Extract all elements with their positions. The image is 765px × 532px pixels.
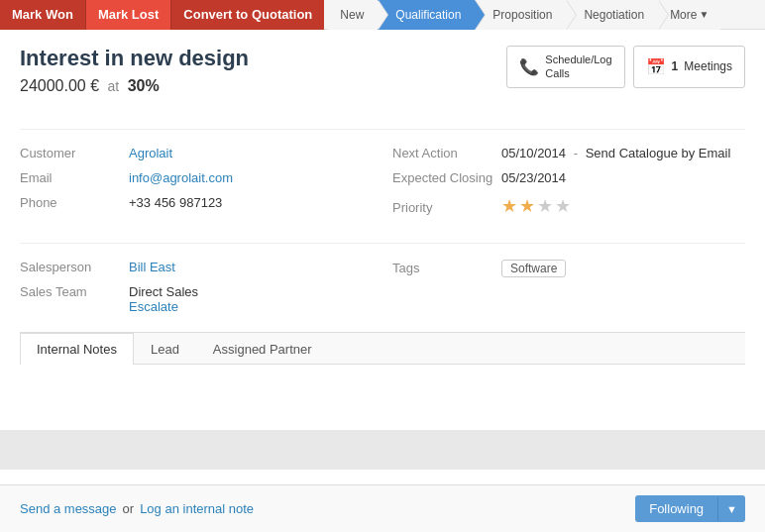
mark-won-button[interactable]: Mark Won <box>0 0 85 30</box>
schedule-log-label: Schedule/LogCalls <box>545 53 611 81</box>
calendar-icon: 📅 <box>646 57 666 76</box>
tag-software: Software <box>501 260 566 277</box>
more-caret-icon: ▼ <box>699 9 709 20</box>
phone-icon: 📞 <box>519 57 539 76</box>
pipeline-stages: NewQualificationPropositionNegotiationMo… <box>328 0 765 30</box>
tabs-container: Internal Notes Lead Assigned Partner <box>20 332 745 414</box>
record-title: Interest in new design <box>20 46 249 71</box>
main-content: Interest in new design 24000.00 € at 30%… <box>0 30 765 430</box>
tabs: Internal Notes Lead Assigned Partner <box>20 333 745 365</box>
next-action-field-row: Next Action 05/10/2014 - Send Catalogue … <box>392 146 745 160</box>
record-amount: 24000.00 € at 30% <box>20 77 249 95</box>
at-label: at <box>108 78 120 94</box>
sales-team-field-row: Sales Team Direct Sales Escalate <box>20 284 373 314</box>
next-action-label: Next Action <box>392 146 501 160</box>
expected-closing-field-row: Expected Closing 05/23/2014 <box>392 170 745 185</box>
next-action-desc: Send Catalogue by Email <box>586 146 731 160</box>
customer-value[interactable]: Agrolait <box>129 146 172 160</box>
salesperson-label: Salesperson <box>20 260 129 274</box>
expected-closing-value: 05/23/2014 <box>501 170 566 185</box>
phone-field-row: Phone +33 456 987123 <box>20 195 373 210</box>
tab-assigned-partner[interactable]: Assigned Partner <box>196 333 329 365</box>
star-4[interactable]: ★ <box>555 195 571 217</box>
email-field-row: Email info@agrolait.com <box>20 170 373 185</box>
priority-field-row: Priority ★ ★ ★ ★ <box>392 195 745 217</box>
expected-closing-label: Expected Closing <box>392 170 501 185</box>
amount-value: 24000.00 € <box>20 77 99 94</box>
meetings-label: Meetings <box>684 59 732 73</box>
star-1[interactable]: ★ <box>501 195 517 217</box>
salesperson-value[interactable]: Bill East <box>129 260 175 274</box>
email-value[interactable]: info@agrolait.com <box>129 170 233 185</box>
sales-team-label: Sales Team <box>20 284 129 299</box>
sales-fields-container: Salesperson Bill East Sales Team Direct … <box>20 260 745 322</box>
next-action-date: 05/10/2014 <box>501 146 566 160</box>
meetings-count: 1 <box>672 59 679 73</box>
fields-container: Customer Agrolait Email info@agrolait.co… <box>20 146 745 227</box>
pipeline-stage-proposition[interactable]: Proposition <box>475 0 566 30</box>
tags-label: Tags <box>392 261 501 275</box>
pipeline-stage-qualification[interactable]: Qualification <box>378 0 475 30</box>
next-action-dash: - <box>574 146 578 160</box>
customer-field-row: Customer Agrolait <box>20 146 373 160</box>
next-action-value: 05/10/2014 - Send Catalogue by Email <box>501 146 730 160</box>
priority-label: Priority <box>392 200 501 215</box>
phone-value: +33 456 987123 <box>129 195 222 210</box>
pipeline-stage-new[interactable]: New <box>328 0 378 30</box>
phone-label: Phone <box>20 195 129 210</box>
sales-team-value: Direct Sales <box>129 284 198 299</box>
tab-content-internal-notes <box>20 365 745 414</box>
email-label: Email <box>20 170 129 185</box>
convert-to-quotation-button[interactable]: Convert to Quotation <box>171 0 324 30</box>
sales-fields-left: Salesperson Bill East Sales Team Direct … <box>20 260 373 322</box>
action-buttons: 📞 Schedule/LogCalls 📅 1 Meetings <box>506 46 745 88</box>
percent-value: 30% <box>128 77 160 94</box>
divider-2 <box>20 243 745 244</box>
pipeline-stage-negotiation[interactable]: Negotiation <box>566 0 658 30</box>
sales-fields-right: Tags Software <box>392 260 745 322</box>
tab-lead[interactable]: Lead <box>134 333 196 365</box>
divider-1 <box>20 129 745 130</box>
gray-separator <box>0 430 765 470</box>
more-label: More <box>670 8 697 22</box>
mark-lost-button[interactable]: Mark Lost <box>85 0 171 30</box>
toolbar: Mark Won Mark Lost Convert to Quotation … <box>0 0 765 30</box>
tab-internal-notes[interactable]: Internal Notes <box>20 333 134 365</box>
meetings-button[interactable]: 📅 1 Meetings <box>633 46 745 88</box>
schedule-log-calls-button[interactable]: 📞 Schedule/LogCalls <box>506 46 624 88</box>
fields-left: Customer Agrolait Email info@agrolait.co… <box>20 146 373 227</box>
priority-stars: ★ ★ ★ ★ <box>501 195 571 217</box>
tags-field-row: Tags Software <box>392 260 745 277</box>
star-2[interactable]: ★ <box>519 195 535 217</box>
star-3[interactable]: ★ <box>537 195 553 217</box>
salesperson-field-row: Salesperson Bill East <box>20 260 373 274</box>
sales-team-value-group: Direct Sales Escalate <box>129 284 198 314</box>
fields-right: Next Action 05/10/2014 - Send Catalogue … <box>392 146 745 227</box>
customer-label: Customer <box>20 146 129 160</box>
escalate-link[interactable]: Escalate <box>129 299 178 314</box>
